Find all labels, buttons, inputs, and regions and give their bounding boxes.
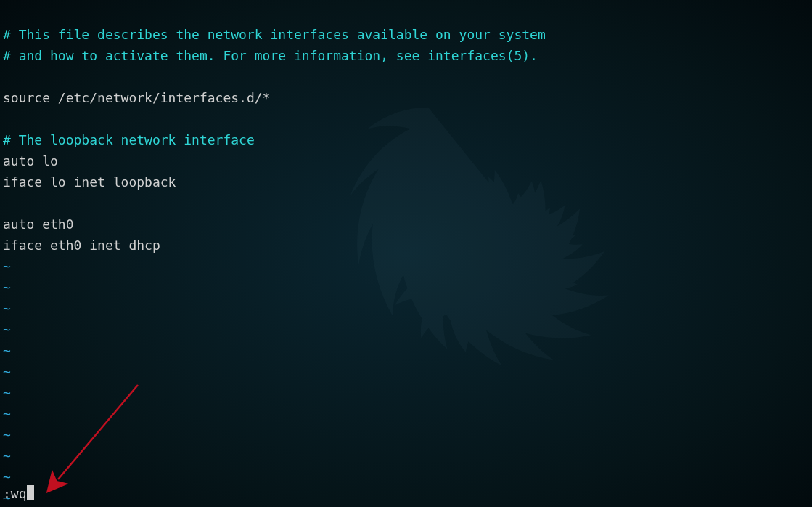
comment-line-1: # This file describes the network interf… xyxy=(3,27,546,42)
auto-lo-line: auto lo xyxy=(3,153,58,169)
tilde-line: ~ xyxy=(3,364,11,379)
tilde-line: ~ xyxy=(3,385,11,400)
vim-command-line[interactable]: :wq xyxy=(3,483,34,504)
iface-eth0-line: iface eth0 inet dhcp xyxy=(3,238,160,253)
tilde-line: ~ xyxy=(3,448,11,463)
tilde-line: ~ xyxy=(3,406,11,421)
source-line: source /etc/network/interfaces.d/* xyxy=(3,90,270,105)
command-text: :wq xyxy=(3,486,27,501)
tilde-line: ~ xyxy=(3,343,11,358)
auto-eth0-line: auto eth0 xyxy=(3,216,74,232)
cursor-icon xyxy=(27,485,34,500)
tilde-line: ~ xyxy=(3,301,11,316)
tilde-line: ~ xyxy=(3,427,11,442)
comment-line-2: # and how to activate them. For more inf… xyxy=(3,48,538,63)
vim-editor-content[interactable]: # This file describes the network interf… xyxy=(3,3,809,504)
iface-lo-line: iface lo inet loopback xyxy=(3,174,176,190)
comment-line-3: # The loopback network interface xyxy=(3,132,255,147)
tilde-line: ~ xyxy=(3,280,11,295)
tilde-line: ~ xyxy=(3,259,11,274)
tilde-line: ~ xyxy=(3,322,11,337)
tilde-line: ~ xyxy=(3,469,11,484)
